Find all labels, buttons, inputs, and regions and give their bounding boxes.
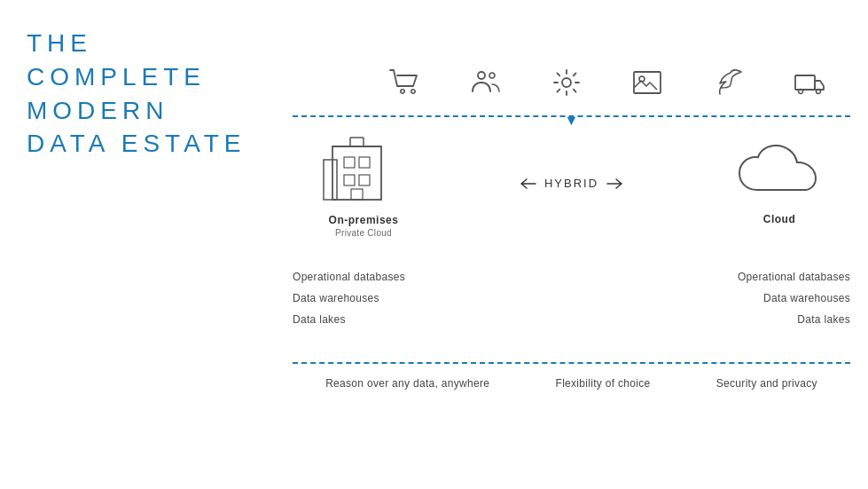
- arrow-down-icon: ▼: [565, 114, 579, 128]
- right-arrow-icon: [606, 177, 623, 190]
- settings-icon-item: [551, 67, 583, 99]
- left-data-lake: Data lakes: [293, 313, 470, 326]
- svg-point-1: [411, 90, 415, 93]
- on-premises-label: On-premises: [329, 214, 399, 226]
- svg-rect-16: [359, 175, 370, 185]
- bottom-item-2: Flexibility of choice: [556, 377, 651, 390]
- truck-icon: [794, 67, 825, 99]
- on-premises-block: On-premises Private Cloud: [293, 129, 434, 238]
- left-data-warehouse: Data warehouses: [293, 292, 470, 304]
- bottom-item-1: Reason over any data, anywhere: [325, 377, 489, 390]
- cloud-label: Cloud: [763, 213, 796, 225]
- svg-rect-14: [359, 157, 370, 168]
- icons-row: [364, 67, 850, 99]
- data-items-right: Operational databases Data warehouses Da…: [673, 271, 850, 335]
- data-items-section: Operational databases Data warehouses Da…: [275, 271, 868, 335]
- svg-point-8: [799, 90, 803, 94]
- left-arrow-icon: [520, 177, 537, 190]
- left-op-db: Operational databases: [293, 271, 470, 283]
- right-op-db: Operational databases: [673, 271, 850, 283]
- cloud-icon: [731, 141, 828, 208]
- hybrid-text: HYBRID: [544, 177, 598, 190]
- svg-point-2: [478, 72, 485, 79]
- people-icon-item: [469, 67, 501, 99]
- on-premises-sublabel: Private Cloud: [335, 228, 392, 238]
- building-icon: [319, 129, 408, 209]
- svg-point-3: [489, 73, 495, 78]
- bottom-item-3: Security and privacy: [716, 377, 817, 390]
- cart-icon-item: [388, 67, 420, 99]
- bird-icon-item: [713, 67, 745, 99]
- settings-icon: [551, 67, 583, 99]
- image-icon: [631, 67, 663, 99]
- svg-rect-7: [795, 75, 815, 90]
- svg-rect-15: [344, 175, 355, 185]
- right-data-warehouse: Data warehouses: [673, 292, 850, 304]
- image-icon-item: [631, 67, 663, 99]
- svg-rect-13: [344, 157, 355, 168]
- truck-icon-item: [794, 67, 825, 99]
- infra-section: On-premises Private Cloud HYBRID Cloud: [293, 129, 850, 238]
- people-icon: [469, 67, 501, 99]
- page-title: THECOMPLETEMODERNDATA ESTATE: [27, 27, 239, 161]
- bird-icon: [713, 67, 745, 99]
- svg-point-0: [401, 90, 404, 93]
- main-content: ▼ On-prem: [275, 0, 868, 489]
- data-items-left: Operational databases Data warehouses Da…: [293, 271, 470, 335]
- cart-icon: [388, 67, 420, 99]
- svg-point-9: [817, 90, 821, 94]
- hybrid-label-area: HYBRID: [434, 177, 708, 190]
- svg-rect-10: [332, 146, 381, 200]
- cloud-block: Cloud: [708, 141, 850, 225]
- bottom-dashed-line: [293, 362, 850, 364]
- right-data-lake: Data lakes: [673, 313, 850, 326]
- title-panel: THECOMPLETEMODERNDATA ESTATE: [27, 27, 239, 161]
- svg-rect-17: [351, 189, 363, 200]
- svg-point-4: [562, 78, 571, 87]
- bottom-row: Reason over any data, anywhere Flexibili…: [293, 377, 850, 390]
- hybrid-arrow: HYBRID: [520, 177, 623, 190]
- svg-rect-12: [324, 160, 337, 200]
